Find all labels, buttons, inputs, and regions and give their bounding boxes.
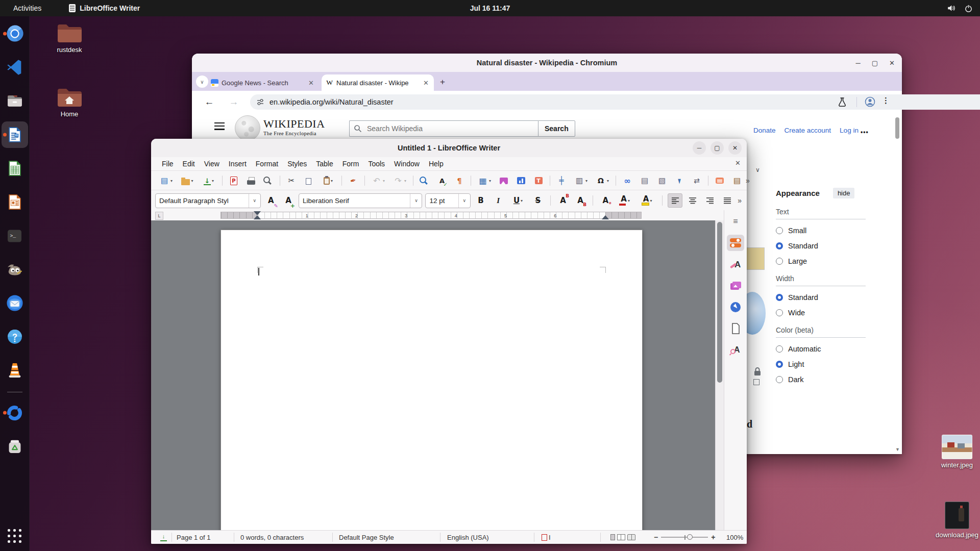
maximize-button[interactable]: ▢ — [872, 59, 878, 67]
insert-footnote-button[interactable]: ▾ — [636, 173, 653, 188]
back-button[interactable]: ← — [202, 96, 216, 108]
document-area[interactable] — [151, 220, 716, 531]
justify-button[interactable] — [720, 193, 734, 208]
toolbar-overflow-button[interactable] — [746, 177, 750, 185]
new-style-button[interactable] — [281, 193, 296, 208]
document-page[interactable] — [220, 230, 643, 531]
dock-rustdesk[interactable] — [2, 399, 28, 426]
tab-stop-selector[interactable]: L — [155, 212, 163, 220]
zoom-out-button[interactable]: − — [654, 533, 658, 541]
page-style[interactable]: Default Page Style — [339, 531, 394, 544]
clear-formatting-button[interactable] — [598, 193, 612, 208]
insert-bookmark-button[interactable]: ▾ — [671, 173, 688, 188]
dock-vlc[interactable] — [2, 357, 28, 384]
profile-avatar-icon[interactable] — [865, 96, 875, 107]
paragraph-style-select[interactable]: Default Paragraph Styl — [155, 193, 261, 208]
bold-button[interactable] — [474, 193, 488, 208]
book-view-button[interactable] — [627, 534, 635, 540]
activities-button[interactable]: Activities — [9, 3, 45, 13]
zoom-slider[interactable] — [661, 537, 708, 538]
sidebar-navigator-button[interactable] — [727, 299, 744, 315]
power-icon[interactable] — [964, 4, 973, 13]
dock-vscode[interactable] — [2, 54, 28, 81]
find-replace-button[interactable]: ▾ — [416, 173, 433, 188]
writer-titlebar[interactable]: Untitled 1 - LibreOffice Writer ─ ▢ ✕ — [151, 139, 747, 158]
underline-button[interactable]: ▾ — [508, 193, 528, 208]
volume-icon[interactable] — [946, 4, 956, 13]
sidebar-page-button[interactable] — [727, 320, 744, 337]
appearance-radio-option[interactable]: Wide — [776, 309, 866, 317]
tab-google-news[interactable]: Google News - Search ✕ — [207, 74, 319, 91]
single-page-view-button[interactable] — [610, 534, 615, 540]
browser-menu-icon[interactable]: ⋮ — [882, 96, 890, 105]
menu-item[interactable]: View — [200, 158, 224, 169]
redo-button[interactable]: ▾ — [389, 173, 410, 188]
insert-comment-button[interactable]: ▾ — [711, 173, 728, 188]
clone-formatting-button[interactable]: ▾ — [345, 173, 362, 188]
superscript-button[interactable] — [556, 193, 570, 208]
tab-natural-disaster[interactable]: W Natural disaster - Wikipe ✕ — [322, 74, 434, 91]
appearance-radio-option[interactable]: Standard — [776, 293, 866, 302]
tab-close-button[interactable]: ✕ — [307, 79, 315, 87]
print-preview-button[interactable]: ▾ — [260, 173, 277, 188]
zoom-level[interactable]: 100% — [726, 531, 743, 544]
chevron-down-icon[interactable] — [458, 194, 470, 208]
save-button[interactable]: ▾ — [198, 173, 219, 188]
italic-button[interactable] — [491, 193, 505, 208]
desktop-icon-home[interactable]: Home — [49, 86, 90, 118]
zoom-slider-knob[interactable] — [687, 534, 693, 540]
menu-item[interactable]: Help — [424, 158, 448, 169]
appearance-radio-option[interactable]: Large — [776, 257, 866, 265]
strikethrough-button[interactable] — [531, 193, 545, 208]
maximize-button[interactable]: ▢ — [710, 141, 724, 155]
font-size-select[interactable]: 12 pt — [425, 193, 470, 208]
more-options-icon[interactable]: ••• — [861, 129, 869, 136]
header-link[interactable]: Donate — [753, 127, 776, 134]
desktop-icon-rustdesk[interactable]: rustdesk — [49, 21, 90, 54]
menu-item[interactable]: Form — [338, 158, 364, 169]
left-indent-marker[interactable] — [254, 212, 261, 219]
copy-button[interactable]: ▾ — [300, 173, 317, 188]
insert-hyperlink-button[interactable]: ▾ — [619, 173, 636, 188]
minimize-button[interactable]: ─ — [693, 141, 706, 155]
dock-gimp[interactable] — [2, 256, 28, 283]
dock-trash[interactable] — [2, 433, 28, 460]
font-color-button[interactable]: ▾ — [616, 193, 635, 208]
close-document-button[interactable]: ✕ — [735, 159, 741, 167]
menu-item[interactable]: Window — [389, 158, 424, 169]
header-link[interactable]: Log in — [840, 127, 859, 134]
insert-table-button[interactable]: ▾ — [474, 173, 495, 188]
appearance-radio-option[interactable]: Standard — [776, 242, 866, 250]
experiments-flask-icon[interactable] — [838, 97, 847, 107]
wikipedia-globe-logo[interactable] — [235, 115, 260, 141]
site-info-icon[interactable] — [256, 98, 264, 106]
chevron-down-icon[interactable] — [249, 194, 260, 208]
zoom-in-button[interactable]: + — [711, 533, 715, 541]
new-document-button[interactable]: ▾ — [155, 173, 177, 188]
spelling-button[interactable]: ▾ — [433, 173, 451, 188]
multi-page-view-button[interactable] — [617, 534, 625, 540]
menu-item[interactable]: Format — [251, 158, 283, 169]
new-tab-button[interactable]: + — [440, 77, 445, 87]
tab-close-button[interactable]: ✕ — [422, 79, 430, 87]
wikipedia-menu-icon[interactable] — [214, 122, 225, 131]
insert-page-break-button[interactable]: ▾ — [553, 173, 570, 188]
align-right-button[interactable] — [703, 193, 717, 208]
insert-field-button[interactable]: ▾ — [570, 173, 592, 188]
close-button[interactable]: ✕ — [728, 141, 742, 155]
desktop-icon-winter-jpeg[interactable]: winter.jpeg — [937, 435, 977, 469]
collapsed-section-chevron-icon[interactable]: ∨ — [755, 166, 760, 173]
scroll-down-arrow-icon[interactable]: ▼ — [895, 447, 900, 452]
close-button[interactable]: ✕ — [889, 59, 895, 67]
paste-button[interactable]: ▾ — [317, 173, 339, 188]
align-center-button[interactable] — [685, 193, 700, 208]
horizontal-ruler[interactable]: 123456 — [220, 212, 642, 219]
dock-libreoffice-calc[interactable] — [2, 155, 28, 182]
sidebar-properties-button[interactable] — [727, 235, 744, 251]
wikipedia-wordmark[interactable]: WIKIPEDIA The Free Encyclopedia — [263, 117, 325, 136]
appearance-radio-option[interactable]: Small — [776, 227, 866, 235]
export-pdf-button[interactable]: ▾ — [225, 173, 242, 188]
forward-button[interactable]: → — [227, 96, 241, 108]
highlight-color-button[interactable]: ▾ — [638, 193, 657, 208]
selection-mode-indicator[interactable]: I — [542, 531, 551, 544]
